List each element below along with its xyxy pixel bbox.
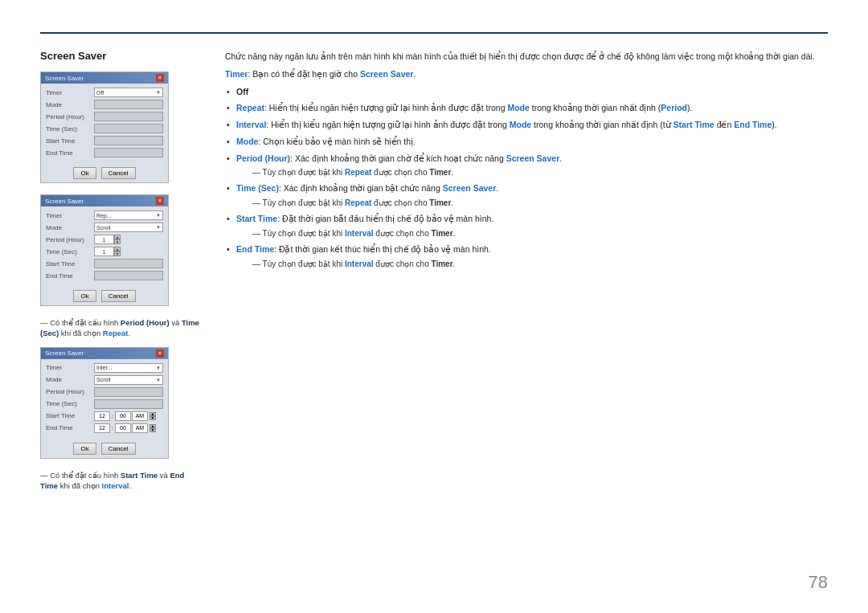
dialog-1-row-endtime: End Time <box>46 148 163 157</box>
spin-down-icon[interactable]: ▼ <box>114 251 121 256</box>
dialog-3-input-timesec <box>94 399 163 409</box>
dialog-1-input-starttime <box>94 136 163 145</box>
dialog-1-ok-button[interactable]: Ok <box>73 167 96 179</box>
dialog-1-cancel-button[interactable]: Cancel <box>101 167 136 179</box>
dialog-3-endtime-inputs: 12 : 00 AM ▲ ▼ <box>94 423 156 433</box>
dialog-1-row-period: Period (Hour) <box>46 112 163 121</box>
dialog-3-label-starttime: Start Time <box>46 412 94 419</box>
chevron-down-icon: ▼ <box>156 378 161 382</box>
spin-down-icon[interactable]: ▼ <box>149 416 156 420</box>
dialog-2-row-timer: Timer Rep... ▼ <box>46 210 163 220</box>
dialog-3-select-mode[interactable]: Scroll ▼ <box>94 375 163 385</box>
dialog-2-select-timer[interactable]: Rep... ▼ <box>94 210 163 220</box>
dialog-3-titlebar: Screen Saver ✕ <box>41 348 168 359</box>
dialog-2-row-timesec: Time (Sec) 1 ▲ ▼ <box>46 247 163 256</box>
spin-down-icon[interactable]: ▼ <box>149 428 156 432</box>
dialog-1-input-mode <box>94 100 163 109</box>
dialog-3-title: Screen Saver <box>45 349 84 357</box>
top-line <box>40 32 828 34</box>
page-number: 78 <box>809 572 828 593</box>
list-item-period: Period (Hour): Xác định khoảng thời gian… <box>225 153 828 179</box>
dialog-2-label-timer: Timer <box>46 212 94 219</box>
dialog-3-starttime-ampm[interactable]: AM <box>132 411 148 421</box>
dialog-3-endtime-hour[interactable]: 12 <box>94 423 110 433</box>
dialog-3-endtime-min[interactable]: 00 <box>115 423 131 433</box>
dialog-1-title: Screen Saver <box>45 75 84 82</box>
dialog-3-cancel-button[interactable]: Cancel <box>101 443 136 455</box>
spin-down-icon[interactable]: ▼ <box>114 239 121 244</box>
dialog-1-body: Timer Off ▼ Mode Period (Hour) <box>41 84 168 164</box>
dialog-3-body: Timer Inter... ▼ Mode Scroll ▼ <box>41 359 168 439</box>
dialog-2-cancel-button[interactable]: Cancel <box>101 290 136 302</box>
dialog-2-select-mode[interactable]: Scroll ▼ <box>94 223 163 232</box>
dialog-3-row-timesec: Time (Sec) <box>46 399 163 409</box>
dialog-1-label-timer: Timer <box>46 89 94 96</box>
dialog-2-close[interactable]: ✕ <box>156 197 164 205</box>
starttime-subitem: Tùy chọn được bật khi Interval được chọn… <box>236 227 828 239</box>
dialog-3-footer: Ok Cancel <box>41 439 168 458</box>
right-panel: Chức năng này ngăn lưu ảnh trên màn hình… <box>225 50 828 581</box>
dialog-1-label-endtime: End Time <box>46 149 94 157</box>
dialog-2-label-timesec: Time (Sec) <box>46 248 94 255</box>
dialog-3-close[interactable]: ✕ <box>156 349 164 358</box>
dialog-1-label-period: Period (Hour) <box>46 113 94 121</box>
caption-1: — Có thể đặt cấu hình Period (Hour) và T… <box>40 317 201 339</box>
dialog-2-input-timesec[interactable]: 1 <box>94 247 114 256</box>
dialog-3-endtime-ampm[interactable]: AM <box>132 423 148 433</box>
list-item-starttime: Start Time: Đặt thời gian bắt đầu hiển t… <box>225 213 828 239</box>
dialog-3-row-period: Period (Hour) <box>46 387 163 397</box>
page-container: Screen Saver Screen Saver ✕ Timer Off ▼ <box>0 0 868 613</box>
dialog-3-input-period <box>94 387 163 397</box>
dialog-1-input-endtime <box>94 148 163 157</box>
dialog-2-spinner-period: 1 ▲ ▼ <box>94 235 121 244</box>
timer-intro: Timer: Bạn có thể đặt hẹn giờ cho Screen… <box>225 67 828 80</box>
section-title: Screen Saver <box>40 50 201 62</box>
dialog-3-endtime-spinner: ▲ ▼ <box>149 424 156 432</box>
dialog-2-input-endtime <box>94 271 163 280</box>
dialog-3-label-period: Period (Hour) <box>46 388 94 395</box>
dialog-2-label-period: Period (Hour) <box>46 236 94 243</box>
dialog-3-select-timer[interactable]: Inter... ▼ <box>94 363 163 373</box>
dialog-2-spinner-btns-timesec: ▲ ▼ <box>114 247 121 256</box>
dialog-3-row-mode: Mode Scroll ▼ <box>46 375 163 385</box>
list-item-interval: Interval: Hiển thị kiểu ngăn hiện tượng … <box>225 119 828 132</box>
dialog-3-starttime-spinner: ▲ ▼ <box>149 412 156 420</box>
chevron-down-icon: ▼ <box>156 366 161 370</box>
dialog-3-ok-button[interactable]: Ok <box>73 443 96 455</box>
list-item-timesec: Time (Sec): Xác định khoảng thời gian bậ… <box>225 182 828 209</box>
dialog-3-starttime-hour[interactable]: 12 <box>94 411 110 421</box>
dialog-1-label-timesec: Time (Sec) <box>46 125 94 133</box>
chevron-down-icon: ▼ <box>156 213 161 218</box>
dialog-1-select-timer[interactable]: Off ▼ <box>94 88 163 97</box>
dialog-2-row-endtime: End Time <box>46 271 163 280</box>
dialog-2-title: Screen Saver <box>45 198 84 205</box>
dialog-2-body: Timer Rep... ▼ Mode Scroll ▼ <box>41 206 168 287</box>
chevron-down-icon: ▼ <box>156 90 161 95</box>
dialog-2-row-period: Period (Hour) 1 ▲ ▼ <box>46 235 163 244</box>
main-content: Screen Saver Screen Saver ✕ Timer Off ▼ <box>40 50 828 581</box>
dialog-1-row-timesec: Time (Sec) <box>46 124 163 133</box>
feature-list: Off Repeat: Hiển thị kiểu ngăn hiện tượn… <box>225 86 828 274</box>
dialog-2-footer: Ok Cancel <box>41 287 168 305</box>
period-subitem: Tùy chọn được bật khi Repeat được chọn c… <box>236 166 828 178</box>
dialog-2-row-starttime: Start Time <box>46 259 163 268</box>
dialog-3: Screen Saver ✕ Timer Inter... ▼ Mode <box>40 347 169 459</box>
dialog-2-ok-button[interactable]: Ok <box>73 290 96 302</box>
dialog-1-close[interactable]: ✕ <box>156 74 164 82</box>
dialog-1-row-mode: Mode <box>46 100 163 109</box>
list-item-mode: Mode: Chọn kiểu bảo vệ màn hình sẽ hiển … <box>225 136 828 149</box>
dialog-3-starttime-inputs: 12 : 00 AM ▲ ▼ <box>94 411 156 421</box>
chevron-down-icon: ▼ <box>156 225 161 230</box>
dialog-3-row-timer: Timer Inter... ▼ <box>46 363 163 373</box>
dialog-1-row-starttime: Start Time <box>46 136 163 145</box>
intro-text: Chức năng này ngăn lưu ảnh trên màn hình… <box>225 50 828 63</box>
caption-2: — Có thể đặt cấu hình Start Time và End … <box>40 470 201 492</box>
dialog-1-titlebar: Screen Saver ✕ <box>41 72 168 84</box>
left-panel: Screen Saver Screen Saver ✕ Timer Off ▼ <box>40 50 201 581</box>
dialog-2-spinner-btns-period: ▲ ▼ <box>114 235 121 244</box>
dialog-1: Screen Saver ✕ Timer Off ▼ Mode <box>40 72 169 183</box>
dialog-1-row-timer: Timer Off ▼ <box>46 88 163 97</box>
dialog-2-input-period[interactable]: 1 <box>94 235 114 244</box>
dialog-3-starttime-min[interactable]: 00 <box>115 411 131 421</box>
dialog-3-label-mode: Mode <box>46 376 94 383</box>
